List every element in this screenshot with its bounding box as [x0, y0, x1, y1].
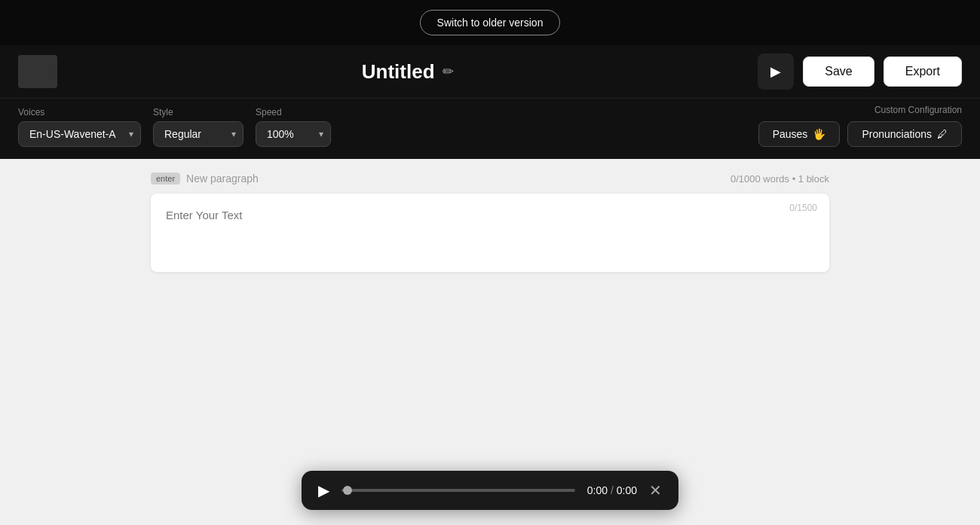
logo: [18, 55, 57, 88]
controls-left: Voices En-US-Wavenet-A Style Regular Spe…: [18, 107, 331, 147]
new-paragraph-text: New paragraph: [186, 172, 259, 185]
voices-control: Voices En-US-Wavenet-A: [18, 107, 141, 147]
export-button[interactable]: Export: [884, 56, 962, 87]
word-count-separator: •: [792, 173, 798, 185]
player-play-button[interactable]: ▶: [318, 481, 329, 499]
current-time: 0:00: [587, 484, 608, 496]
pauses-icon: 🖐: [813, 128, 825, 140]
speed-select[interactable]: 100%: [256, 121, 331, 147]
pronunciations-label: Pronunciations: [862, 128, 932, 140]
play-icon-header: ▶: [770, 63, 781, 80]
style-select[interactable]: Regular: [153, 121, 243, 147]
top-bar: Switch to older version: [0, 0, 980, 45]
main-content: enter New paragraph 0/1000 words • 1 blo…: [0, 159, 980, 503]
controls-right: Custom Configuration Pauses 🖐 Pronunciat…: [758, 105, 962, 147]
paragraph-header: enter New paragraph 0/1000 words • 1 blo…: [0, 159, 980, 194]
progress-knob: [343, 486, 352, 495]
paragraph-hint: enter New paragraph: [151, 172, 259, 185]
config-buttons: Pauses 🖐 Pronunciations 🖊: [758, 121, 962, 147]
speed-control: Speed 100%: [256, 107, 331, 147]
play-button-header[interactable]: ▶: [758, 53, 794, 90]
voices-label: Voices: [18, 107, 141, 118]
pauses-label: Pauses: [773, 128, 808, 140]
edit-title-icon[interactable]: ✏: [443, 63, 454, 80]
word-count: 0/1000 words • 1 block: [730, 173, 829, 185]
speed-select-wrapper: 100%: [256, 121, 331, 147]
pronunciations-icon: 🖊: [937, 128, 948, 140]
text-editor[interactable]: [166, 209, 814, 254]
time-separator: /: [611, 484, 617, 496]
close-player-icon: ✕: [649, 482, 662, 499]
char-count: 0/1500: [789, 203, 817, 213]
style-label: Style: [153, 107, 243, 118]
progress-bar[interactable]: [341, 489, 575, 492]
style-select-wrapper: Regular: [153, 121, 243, 147]
time-display: 0:00 / 0:00: [587, 484, 637, 496]
close-player-button[interactable]: ✕: [649, 481, 662, 499]
block-count-value: 1 block: [798, 173, 829, 185]
header-actions: ▶ Save Export: [758, 53, 962, 90]
pronunciations-button[interactable]: Pronunciations 🖊: [847, 121, 962, 147]
voices-select-wrapper: En-US-Wavenet-A: [18, 121, 141, 147]
media-player: ▶ 0:00 / 0:00 ✕: [302, 471, 678, 503]
controls-bar: Voices En-US-Wavenet-A Style Regular Spe…: [0, 98, 980, 159]
enter-badge: enter: [151, 172, 180, 185]
editor-container: 0/1500: [151, 194, 829, 272]
style-control: Style Regular: [153, 107, 243, 147]
voices-select[interactable]: En-US-Wavenet-A: [18, 121, 141, 147]
project-title: Untitled: [362, 60, 435, 84]
save-button[interactable]: Save: [803, 56, 874, 87]
speed-label: Speed: [256, 107, 331, 118]
custom-config-label: Custom Configuration: [874, 105, 962, 115]
switch-version-button[interactable]: Switch to older version: [420, 10, 561, 35]
total-time: 0:00: [617, 484, 637, 496]
word-count-value: 0/1000 words: [730, 173, 789, 185]
player-play-icon: ▶: [318, 481, 329, 499]
header-center: Untitled ✏: [57, 60, 758, 84]
pauses-button[interactable]: Pauses 🖐: [758, 121, 841, 147]
header-bar: Untitled ✏ ▶ Save Export: [0, 45, 980, 98]
